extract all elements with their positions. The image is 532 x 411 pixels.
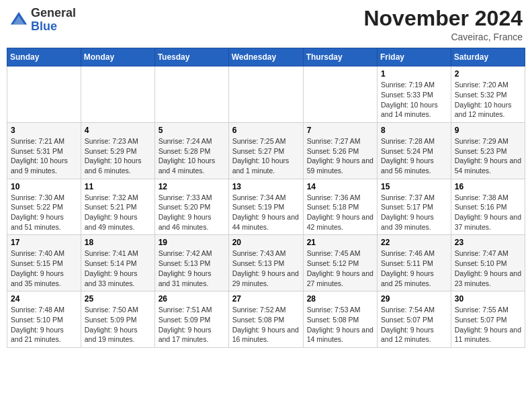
day-number: 10 [11,182,77,191]
day-header-sunday: Sunday [7,48,81,66]
calendar-cell: 30Sunrise: 7:55 AM Sunset: 5:07 PM Dayli… [451,291,525,348]
calendar-cell: 18Sunrise: 7:41 AM Sunset: 5:14 PM Dayli… [81,235,154,291]
day-info: Sunrise: 7:30 AM Sunset: 5:22 PM Dayligh… [11,193,77,232]
day-number: 29 [381,294,447,304]
day-header-monday: Monday [81,48,154,66]
day-number: 19 [159,238,225,247]
calendar-cell [228,66,303,123]
day-info: Sunrise: 7:55 AM Sunset: 5:07 PM Dayligh… [455,305,521,345]
calendar-week-3: 10Sunrise: 7:30 AM Sunset: 5:22 PM Dayli… [7,179,525,235]
day-info: Sunrise: 7:53 AM Sunset: 5:08 PM Dayligh… [307,305,373,345]
calendar-cell: 1Sunrise: 7:19 AM Sunset: 5:33 PM Daylig… [378,66,451,123]
logo-text: General Blue [31,7,76,34]
logo: General Blue [9,7,76,34]
day-header-friday: Friday [378,48,451,66]
day-number: 30 [455,294,521,304]
day-info: Sunrise: 7:48 AM Sunset: 5:10 PM Dayligh… [11,305,77,345]
day-number: 1 [381,69,447,79]
calendar-cell [154,66,228,123]
day-info: Sunrise: 7:21 AM Sunset: 5:31 PM Dayligh… [11,136,77,176]
day-header-wednesday: Wednesday [228,48,303,66]
day-number: 22 [381,238,447,247]
day-info: Sunrise: 7:19 AM Sunset: 5:33 PM Dayligh… [381,80,447,120]
location: Caveirac, France [363,32,523,42]
day-number: 3 [11,126,77,135]
day-number: 23 [455,238,521,247]
day-number: 18 [85,238,151,247]
day-number: 15 [381,182,447,191]
calendar-cell: 21Sunrise: 7:45 AM Sunset: 5:12 PM Dayli… [303,235,377,291]
calendar-cell: 5Sunrise: 7:24 AM Sunset: 5:28 PM Daylig… [154,122,228,179]
day-info: Sunrise: 7:50 AM Sunset: 5:09 PM Dayligh… [85,305,151,345]
day-info: Sunrise: 7:43 AM Sunset: 5:13 PM Dayligh… [232,248,300,288]
month-title: November 2024 [363,7,523,30]
calendar-week-4: 17Sunrise: 7:40 AM Sunset: 5:15 PM Dayli… [7,235,525,291]
calendar-cell: 15Sunrise: 7:37 AM Sunset: 5:17 PM Dayli… [378,179,451,235]
calendar-cell: 9Sunrise: 7:29 AM Sunset: 5:23 PM Daylig… [451,122,525,179]
day-info: Sunrise: 7:36 AM Sunset: 5:18 PM Dayligh… [307,193,373,232]
title-block: November 2024 Caveirac, France [363,7,523,42]
day-number: 9 [455,126,521,135]
day-number: 5 [159,126,225,135]
logo-icon [9,11,28,30]
day-info: Sunrise: 7:37 AM Sunset: 5:17 PM Dayligh… [381,193,447,232]
day-info: Sunrise: 7:20 AM Sunset: 5:32 PM Dayligh… [455,80,521,120]
day-number: 27 [232,294,300,304]
day-info: Sunrise: 7:54 AM Sunset: 5:07 PM Dayligh… [381,305,447,345]
day-info: Sunrise: 7:38 AM Sunset: 5:16 PM Dayligh… [455,193,521,232]
calendar-week-1: 1Sunrise: 7:19 AM Sunset: 5:33 PM Daylig… [7,66,525,123]
calendar-cell: 14Sunrise: 7:36 AM Sunset: 5:18 PM Dayli… [303,179,377,235]
calendar-cell: 11Sunrise: 7:32 AM Sunset: 5:21 PM Dayli… [81,179,154,235]
day-info: Sunrise: 7:24 AM Sunset: 5:28 PM Dayligh… [159,136,225,176]
calendar-cell: 23Sunrise: 7:47 AM Sunset: 5:10 PM Dayli… [451,235,525,291]
day-info: Sunrise: 7:25 AM Sunset: 5:27 PM Dayligh… [232,136,300,176]
day-info: Sunrise: 7:40 AM Sunset: 5:15 PM Dayligh… [11,248,77,288]
day-number: 12 [159,182,225,191]
day-info: Sunrise: 7:33 AM Sunset: 5:20 PM Dayligh… [159,193,225,232]
calendar-cell [7,66,81,123]
day-header-thursday: Thursday [303,48,377,66]
day-number: 6 [232,126,300,135]
day-info: Sunrise: 7:32 AM Sunset: 5:21 PM Dayligh… [85,193,151,232]
day-header-saturday: Saturday [451,48,525,66]
day-number: 25 [85,294,151,304]
day-info: Sunrise: 7:46 AM Sunset: 5:11 PM Dayligh… [381,248,447,288]
calendar-cell: 6Sunrise: 7:25 AM Sunset: 5:27 PM Daylig… [228,122,303,179]
day-number: 21 [307,238,373,247]
day-info: Sunrise: 7:42 AM Sunset: 5:13 PM Dayligh… [159,248,225,288]
calendar-cell: 3Sunrise: 7:21 AM Sunset: 5:31 PM Daylig… [7,122,81,179]
calendar-cell: 4Sunrise: 7:23 AM Sunset: 5:29 PM Daylig… [81,122,154,179]
calendar-cell: 19Sunrise: 7:42 AM Sunset: 5:13 PM Dayli… [154,235,228,291]
day-info: Sunrise: 7:27 AM Sunset: 5:26 PM Dayligh… [307,136,373,176]
day-info: Sunrise: 7:45 AM Sunset: 5:12 PM Dayligh… [307,248,373,288]
day-number: 20 [232,238,300,247]
calendar-cell: 20Sunrise: 7:43 AM Sunset: 5:13 PM Dayli… [228,235,303,291]
calendar-cell: 17Sunrise: 7:40 AM Sunset: 5:15 PM Dayli… [7,235,81,291]
day-number: 26 [159,294,225,304]
calendar-cell: 26Sunrise: 7:51 AM Sunset: 5:09 PM Dayli… [154,291,228,348]
day-number: 4 [85,126,151,135]
day-number: 13 [232,182,300,191]
day-number: 17 [11,238,77,247]
calendar-cell [81,66,154,123]
calendar-cell: 22Sunrise: 7:46 AM Sunset: 5:11 PM Dayli… [378,235,451,291]
calendar-cell: 8Sunrise: 7:28 AM Sunset: 5:24 PM Daylig… [378,122,451,179]
day-number: 11 [85,182,151,191]
page-header: General Blue November 2024 Caveirac, Fra… [7,7,525,42]
day-header-tuesday: Tuesday [154,48,228,66]
day-number: 24 [11,294,77,304]
calendar-header: SundayMondayTuesdayWednesdayThursdayFrid… [7,48,525,66]
day-number: 8 [381,126,447,135]
calendar-cell: 2Sunrise: 7:20 AM Sunset: 5:32 PM Daylig… [451,66,525,123]
calendar-cell: 25Sunrise: 7:50 AM Sunset: 5:09 PM Dayli… [81,291,154,348]
day-info: Sunrise: 7:51 AM Sunset: 5:09 PM Dayligh… [159,305,225,345]
calendar-cell: 27Sunrise: 7:52 AM Sunset: 5:08 PM Dayli… [228,291,303,348]
day-number: 16 [455,182,521,191]
day-info: Sunrise: 7:52 AM Sunset: 5:08 PM Dayligh… [232,305,300,345]
calendar-week-2: 3Sunrise: 7:21 AM Sunset: 5:31 PM Daylig… [7,122,525,179]
day-info: Sunrise: 7:41 AM Sunset: 5:14 PM Dayligh… [85,248,151,288]
day-number: 14 [307,182,373,191]
day-info: Sunrise: 7:47 AM Sunset: 5:10 PM Dayligh… [455,248,521,288]
calendar-cell: 28Sunrise: 7:53 AM Sunset: 5:08 PM Dayli… [303,291,377,348]
calendar-cell: 7Sunrise: 7:27 AM Sunset: 5:26 PM Daylig… [303,122,377,179]
